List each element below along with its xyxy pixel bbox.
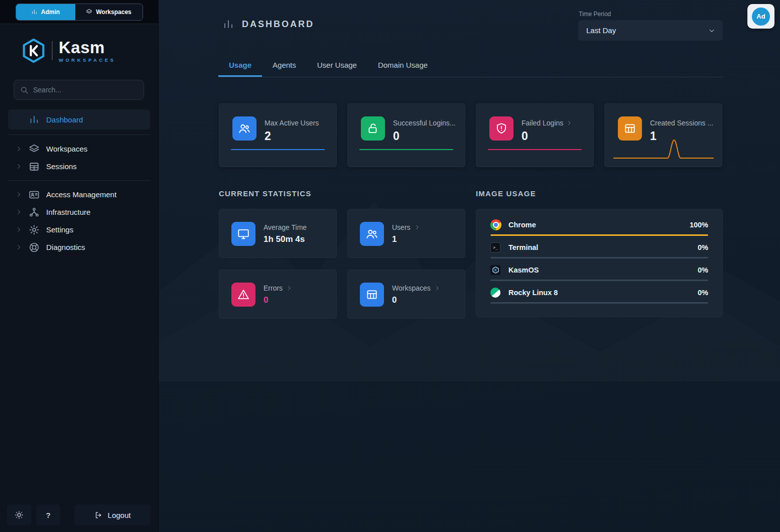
sidebar-item-label: Sessions (46, 162, 77, 171)
admin-mode-button[interactable]: Admin (16, 4, 75, 20)
stat-card-underline (231, 149, 325, 150)
stat-card-label: Errors (264, 284, 292, 292)
stat-card-value: 0 (393, 129, 400, 143)
usage-bar-fill (490, 234, 708, 236)
sidebar-item-infrastructure[interactable]: Infrastructure (8, 203, 150, 221)
admin-mode-label: Admin (41, 9, 60, 16)
tab-domain-usage[interactable]: Domain Usage (367, 54, 438, 77)
stat-card-workspaces[interactable]: Workspaces 0 (347, 270, 465, 319)
stat-card-max-active-users[interactable]: Max Active Users 2 (219, 103, 337, 167)
mode-toggle-bar: Admin Workspaces (0, 0, 158, 24)
search-input[interactable] (33, 86, 138, 94)
avatar-card[interactable]: Ad (747, 4, 774, 29)
gear-icon (29, 224, 40, 235)
stat-card-average-time[interactable]: Average Time 1h 50m 4s (219, 209, 337, 258)
unlock-icon (361, 116, 385, 141)
image-name: Rocky Linux 8 (508, 289, 558, 297)
layers-icon (86, 9, 92, 15)
sidebar-item-workspaces[interactable]: Workspaces (8, 140, 150, 158)
avatar[interactable]: Ad (752, 8, 770, 26)
tab-user-usage[interactable]: User Usage (307, 54, 367, 77)
sidebar-item-label: Access Management (46, 190, 116, 199)
image-percent: 0% (698, 243, 708, 251)
stat-card-label: Average Time (264, 223, 307, 231)
usage-bar-track (490, 280, 708, 281)
logout-label: Logout (108, 511, 131, 519)
kasm-hexagon-icon (22, 38, 45, 63)
image-percent: 0% (698, 266, 708, 274)
tabs: Usage Agents User Usage Domain Usage (218, 54, 723, 77)
logo-subtitle: WORKSPACES (59, 57, 115, 63)
image-usage-row-terminal[interactable]: >_ Terminal 0% (490, 240, 708, 258)
sidebar-footer: ? Logout (7, 504, 151, 525)
stat-card-value: 0 (392, 295, 397, 305)
terminal-icon: >_ (490, 242, 500, 252)
bar-chart-icon (222, 18, 234, 30)
stat-card-value: 0 (522, 129, 528, 143)
theme-toggle-button[interactable] (7, 504, 31, 525)
logout-icon (94, 511, 103, 519)
tab-agents[interactable]: Agents (262, 54, 307, 77)
stat-card-label: Max Active Users (265, 119, 334, 127)
chevron-right-icon (566, 120, 572, 126)
help-button[interactable]: ? (36, 504, 60, 525)
image-usage-row-chrome[interactable]: Chrome 100% (490, 218, 708, 236)
chevron-right-icon (16, 209, 22, 215)
search-icon (20, 86, 29, 94)
stat-card-created-sessions[interactable]: Created Sessions ... 1 (604, 103, 722, 167)
image-usage-title: IMAGE USAGE (476, 189, 536, 198)
search-box (14, 80, 144, 100)
sidebar-item-label: Settings (46, 225, 73, 234)
image-usage-row-rocky-linux[interactable]: Rocky Linux 8 0% (490, 286, 708, 304)
sidebar-item-dashboard[interactable]: Dashboard (8, 109, 150, 129)
workspaces-mode-button[interactable]: Workspaces (75, 4, 143, 20)
image-usage-row-kasmos[interactable]: KasmOS 0% (490, 263, 708, 281)
stat-card-label: Created Sessions ... (650, 119, 719, 127)
chrome-icon (490, 219, 501, 230)
sidebar-item-settings[interactable]: Settings (8, 221, 150, 238)
image-percent: 0% (698, 289, 708, 297)
layers-icon (29, 144, 40, 155)
usage-bar-track (490, 257, 708, 258)
stat-card-label: Successful Logins... (393, 119, 462, 127)
sessions-sparkline (613, 138, 714, 160)
sidebar: Admin Workspaces Kasm WORKSPACES Dashboa… (0, 0, 159, 532)
rocky-linux-icon (490, 288, 500, 298)
workspaces-mode-label: Workspaces (96, 9, 131, 16)
sidebar-nav: Dashboard Workspaces Sessions Access Man… (0, 108, 158, 256)
chevron-down-icon (708, 27, 716, 35)
table-icon (618, 116, 642, 141)
warning-triangle-icon (231, 283, 255, 307)
stat-card-failed-logins[interactable]: Failed Logins 0 (476, 103, 594, 167)
logo-divider (52, 41, 53, 60)
stat-card-underline (488, 149, 582, 150)
chevron-right-icon (16, 163, 22, 170)
sidebar-item-label: Diagnostics (46, 243, 85, 251)
kasmos-icon (490, 265, 500, 275)
sidebar-item-diagnostics[interactable]: Diagnostics (8, 238, 150, 256)
shield-alert-icon (489, 116, 513, 141)
kasm-logo: Kasm WORKSPACES (22, 38, 115, 63)
sidebar-item-sessions[interactable]: Sessions (8, 158, 150, 175)
time-period-select[interactable]: Last Day (578, 20, 723, 41)
table-icon (360, 283, 384, 307)
page-title: DASHBOARD (222, 18, 314, 30)
help-label: ? (46, 511, 50, 519)
monitor-icon (231, 222, 255, 246)
stat-card-value: 1h 50m 4s (264, 234, 305, 244)
main-content: Ad Time Period Last Day DASHBOARD Usage … (159, 0, 780, 532)
chevron-right-icon (16, 244, 22, 250)
nodes-icon (29, 207, 40, 218)
stat-card-value: 1 (392, 234, 397, 244)
bar-chart-icon (29, 114, 40, 125)
sidebar-item-label: Dashboard (46, 115, 83, 124)
tab-usage[interactable]: Usage (218, 54, 262, 77)
usage-bar-track (490, 234, 708, 236)
chevron-right-icon (286, 285, 292, 291)
logout-button[interactable]: Logout (74, 504, 151, 525)
image-name: KasmOS (508, 266, 539, 274)
stat-card-successful-logins[interactable]: Successful Logins... 0 (347, 103, 465, 167)
stat-card-errors[interactable]: Errors 0 (219, 270, 337, 319)
stat-card-users[interactable]: Users 1 (347, 209, 465, 258)
sidebar-item-access-management[interactable]: Access Management (8, 186, 150, 203)
